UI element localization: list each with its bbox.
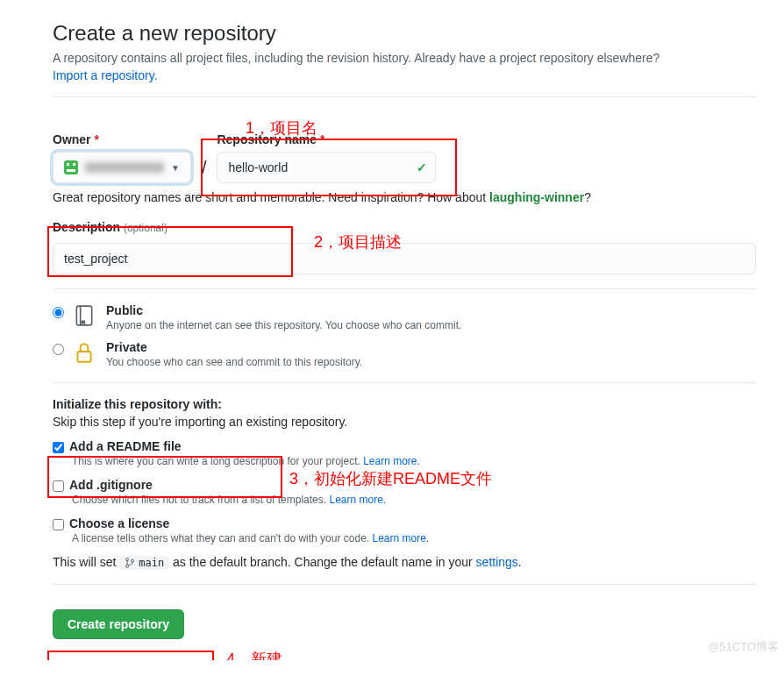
check-icon: ✓ [417, 160, 427, 174]
license-checkbox[interactable] [53, 519, 64, 530]
description-label: Description (optional) [53, 220, 756, 234]
divider [53, 288, 756, 289]
page-subtitle: A repository contains all project files,… [53, 51, 756, 65]
settings-link[interactable]: settings [476, 555, 518, 569]
license-learn-link[interactable]: Learn more. [373, 532, 430, 544]
gitignore-checkbox[interactable] [53, 480, 64, 492]
divider [53, 584, 756, 585]
gitignore-title: Add .gitignore [69, 478, 153, 492]
import-link[interactable]: Import a repository. [53, 68, 158, 82]
private-radio[interactable] [53, 344, 64, 355]
svg-rect-5 [77, 352, 90, 362]
branch-icon [125, 558, 135, 568]
svg-point-7 [126, 565, 129, 568]
init-sub: Skip this step if you're importing an ex… [53, 415, 756, 429]
repo-icon [73, 303, 97, 331]
license-desc: A license tells others what they can and… [72, 532, 756, 544]
lock-icon [73, 340, 97, 367]
private-title: Private [106, 340, 362, 354]
suggestion-link[interactable]: laughing-winner [489, 190, 584, 204]
owner-label: Owner * [53, 132, 191, 146]
divider [53, 96, 756, 97]
readme-desc: This is where you can write a long descr… [72, 455, 756, 467]
readme-checkbox[interactable] [53, 442, 64, 453]
repo-name-label: Repository name * [217, 132, 436, 146]
svg-point-8 [132, 560, 134, 563]
divider [53, 382, 756, 383]
svg-rect-1 [67, 163, 69, 166]
private-desc: You choose who can see and commit to thi… [106, 356, 362, 368]
repo-name-input[interactable] [217, 152, 436, 183]
public-desc: Anyone on the internet can see this repo… [106, 319, 461, 331]
readme-learn-link[interactable]: Learn more. [363, 455, 420, 467]
owner-name [85, 162, 164, 173]
branch-note: This will set main as the default branch… [53, 555, 756, 570]
description-input[interactable] [53, 243, 756, 274]
avatar-icon [64, 160, 78, 174]
init-title: Initialize this repository with: [53, 397, 756, 411]
annot-4: 4，新建 [226, 649, 282, 660]
slash-separator: / [198, 158, 210, 183]
public-radio[interactable] [53, 307, 64, 318]
branch-tag: main [119, 556, 169, 570]
dropdown-caret-icon: ▼ [171, 163, 180, 173]
watermark: @51CTO博客 [708, 639, 779, 655]
owner-select[interactable]: ▼ [53, 152, 191, 183]
page-title: Create a new repository [53, 21, 756, 46]
readme-title: Add a README file [69, 439, 182, 453]
svg-point-6 [126, 558, 129, 561]
gitignore-learn-link[interactable]: Learn more. [329, 494, 386, 506]
svg-rect-2 [73, 163, 75, 166]
gitignore-desc: Choose which files not to track from a l… [72, 494, 756, 506]
svg-rect-0 [64, 160, 78, 174]
license-title: Choose a license [69, 516, 169, 530]
public-title: Public [106, 303, 461, 317]
svg-rect-3 [67, 169, 75, 172]
name-hint: Great repository names are short and mem… [53, 190, 756, 204]
create-repository-button[interactable]: Create repository [53, 609, 184, 639]
